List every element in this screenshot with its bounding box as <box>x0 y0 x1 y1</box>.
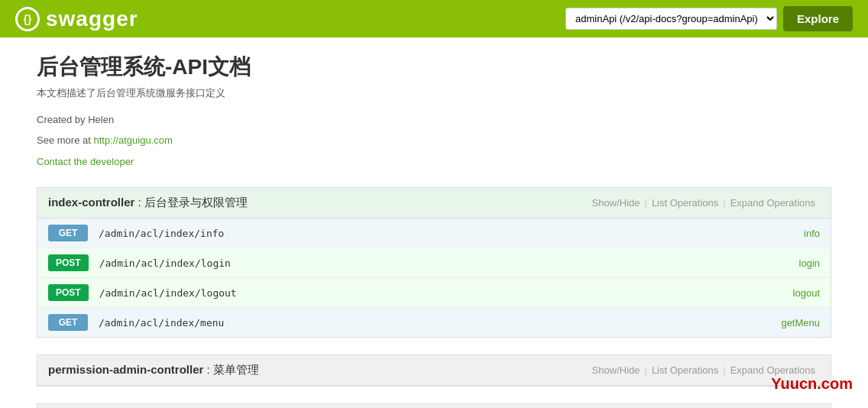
api-description: 本文档描述了后台管理系统微服务接口定义 <box>37 86 831 100</box>
api-path: /admin/acl/index/logout <box>99 287 793 299</box>
api-path: /admin/acl/index/menu <box>99 317 781 329</box>
show-hide-index-controller[interactable]: Show/Hide <box>588 197 645 209</box>
list-ops-permission-admin-controller[interactable]: List Operations <box>647 364 723 376</box>
method-badge-post: POST <box>48 254 89 271</box>
api-row-index-controller-1[interactable]: POST/admin/acl/index/loginlogin <box>37 248 831 278</box>
api-path: /admin/acl/index/info <box>99 228 804 239</box>
controller-actions-index-controller: Show/Hide | List Operations | Expand Ope… <box>588 197 820 209</box>
api-created-by: Created by Helen <box>37 111 831 128</box>
contact-link[interactable]: Contact the developer <box>37 156 134 167</box>
list-ops-index-controller[interactable]: List Operations <box>647 197 723 209</box>
controller-actions-permission-admin-controller: Show/Hide | List Operations | Expand Ope… <box>588 364 820 376</box>
explore-button[interactable]: Explore <box>783 6 853 31</box>
api-row-index-controller-2[interactable]: POST/admin/acl/index/logoutlogout <box>37 278 831 308</box>
controller-title-index-controller: index-controller : 后台登录与权限管理 <box>48 196 588 210</box>
api-select[interactable]: adminApi (/v2/api-docs?group=adminApi) <box>565 8 777 30</box>
header: {} swagger adminApi (/v2/api-docs?group=… <box>0 0 868 37</box>
api-see-more: See more at http://atguigu.com <box>37 131 831 149</box>
api-contact: Contact the developer <box>37 153 831 170</box>
api-title: 后台管理系统-API文档 <box>37 53 831 82</box>
swagger-logo: {} swagger <box>15 7 138 31</box>
controller-section-role-admin-controller: role-admin-controller : 用户管理Show/Hide | … <box>37 403 831 408</box>
method-badge-post: POST <box>48 284 89 301</box>
controller-section-permission-admin-controller: permission-admin-controller : 菜单管理Show/H… <box>37 355 831 387</box>
swagger-logo-icon: {} <box>15 7 40 31</box>
api-row-index-controller-0[interactable]: GET/admin/acl/index/infoinfo <box>37 219 831 248</box>
api-row-index-controller-3[interactable]: GET/admin/acl/index/menugetMenu <box>37 308 831 337</box>
expand-ops-index-controller[interactable]: Expand Operations <box>726 197 820 209</box>
controller-header-permission-admin-controller[interactable]: permission-admin-controller : 菜单管理Show/H… <box>37 355 831 386</box>
api-select-wrapper: adminApi (/v2/api-docs?group=adminApi) E… <box>565 6 853 31</box>
controller-header-role-admin-controller[interactable]: role-admin-controller : 用户管理Show/Hide | … <box>37 404 831 408</box>
method-badge-get: GET <box>48 225 88 241</box>
brand-name: swagger <box>46 7 138 31</box>
controllers-container: index-controller : 后台登录与权限管理Show/Hide | … <box>37 187 831 408</box>
method-badge-get: GET <box>48 314 88 331</box>
api-path: /admin/acl/index/login <box>99 257 799 269</box>
expand-ops-permission-admin-controller[interactable]: Expand Operations <box>726 364 820 376</box>
api-info: 后台管理系统-API文档 本文档描述了后台管理系统微服务接口定义 Created… <box>37 53 831 170</box>
api-summary: info <box>804 228 820 239</box>
api-summary: login <box>799 257 820 269</box>
see-more-link[interactable]: http://atguigu.com <box>93 134 172 146</box>
main-content: 后台管理系统-API文档 本文档描述了后台管理系统微服务接口定义 Created… <box>14 37 854 408</box>
show-hide-permission-admin-controller[interactable]: Show/Hide <box>588 364 645 376</box>
controller-section-index-controller: index-controller : 后台登录与权限管理Show/Hide | … <box>37 187 831 338</box>
api-summary: getMenu <box>781 317 820 329</box>
controller-title-permission-admin-controller: permission-admin-controller : 菜单管理 <box>48 363 588 377</box>
api-summary: logout <box>793 287 820 299</box>
controller-header-index-controller[interactable]: index-controller : 后台登录与权限管理Show/Hide | … <box>37 188 831 219</box>
